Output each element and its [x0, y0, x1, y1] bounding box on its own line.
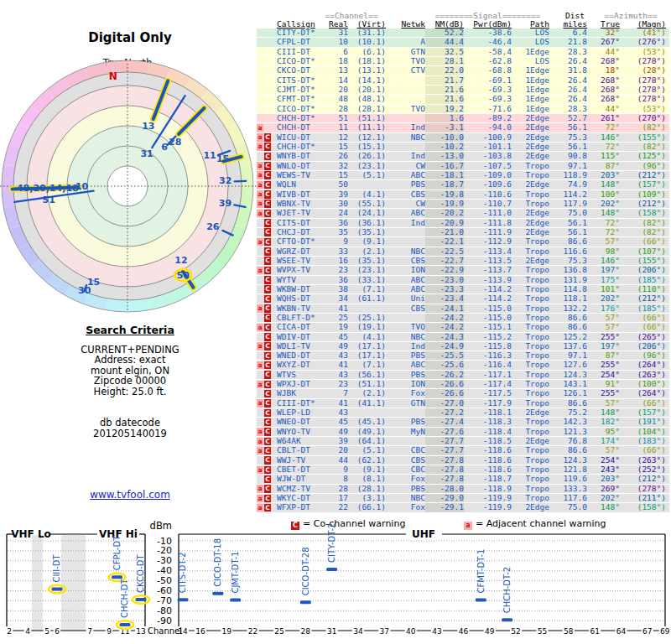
cell-cs: CBLT-DT — [277, 446, 329, 454]
cell-cs: WNLO-DT — [277, 162, 329, 170]
cell-nm: -23.0 — [425, 276, 464, 284]
station-marker — [502, 618, 512, 621]
cell-cs: CFTO-DT* — [277, 237, 329, 246]
cell-cs: WIVB-DT — [277, 190, 329, 199]
adjacent-warning-icon: a — [257, 324, 263, 332]
cell-magn: (278°) — [620, 57, 666, 65]
cell-netwk: ION — [388, 380, 425, 388]
cell-dist: 75.0 — [549, 209, 587, 217]
tvfool-link[interactable]: www.tvfool.com — [90, 489, 170, 501]
cell-dist: 124.3 — [549, 371, 587, 379]
cell-pwr: -117.5 — [465, 389, 512, 397]
co-channel-warning-icon: C — [264, 162, 271, 170]
cell-path: Tropo — [512, 446, 549, 454]
co-channel-warning-icon: C — [264, 495, 271, 503]
cell-dist: 86.6 — [549, 399, 587, 408]
co-channel-warning-icon: C — [264, 133, 271, 142]
co-channel-warning-icon: C — [264, 324, 271, 332]
co-channel-warning-icon: C — [264, 466, 271, 475]
co-channel-warning-icon: C — [264, 267, 271, 275]
adjacent-warning-icon: a — [257, 381, 263, 389]
cell-magn: (263°) — [620, 371, 666, 379]
cell-virt: (66.1) — [347, 503, 386, 512]
cell-cs: WNEO-DT — [277, 418, 329, 426]
cell-true: 243° — [587, 465, 620, 474]
co-channel-warning-icon: C — [264, 190, 271, 199]
cell-cs: CIII-DT* — [277, 399, 329, 408]
cell-magn: (155°) — [620, 133, 666, 142]
cell-path: Tropo — [512, 389, 549, 397]
cell-pwr: -118.9 — [465, 485, 512, 493]
cell-pwr: -107.5 — [465, 162, 512, 170]
cell-pwr: -69.3 — [465, 95, 512, 103]
adjacent-warning-icon: a — [257, 200, 263, 208]
station-label: CIII-DT — [53, 553, 62, 582]
cell-magn: (82°) — [620, 219, 666, 227]
cell-dist: 86.6 — [549, 314, 587, 322]
cell-magn: (252°) — [620, 465, 666, 474]
radar-channel-label: 26 — [206, 221, 220, 232]
compass-hue-sector — [240, 164, 253, 186]
cell-cs: WEWS-TV — [277, 171, 329, 179]
channel-tick-label: 34 — [353, 627, 363, 636]
cell-real: 45 — [326, 418, 348, 426]
cell-pwr: -113.4 — [465, 247, 512, 256]
station-label: CICO-DT-18 — [213, 538, 222, 587]
cell-dist: 26.4 — [549, 95, 587, 103]
table-row: aCCICA-DT19(19.1)TVO-24.2-115.1Tropo86.6… — [257, 323, 669, 332]
cell-netwk: CBC — [388, 446, 425, 454]
cell-virt: (6.1) — [347, 48, 386, 56]
cell-true: 44° — [587, 105, 620, 113]
band-title: VHF Lo — [11, 528, 51, 540]
cell-dist: 137.6 — [549, 342, 587, 351]
cell-pwr: -71.6 — [465, 105, 512, 113]
cell-true: 202° — [587, 200, 620, 208]
cell-magn: (28°) — [620, 66, 666, 75]
cell-path: 2Edge — [512, 408, 549, 417]
cell-netwk: PBS — [388, 351, 425, 360]
cell-nm: -22.1 — [425, 237, 464, 246]
cell-virt: (10.1) — [347, 38, 386, 46]
cell-path: Tropo — [512, 171, 549, 179]
cell-cs: WVPX-TV — [277, 266, 329, 274]
co-channel-warning-icon: C — [264, 257, 271, 265]
cell-dist: 143.1 — [549, 380, 587, 388]
cell-true: 148° — [587, 180, 620, 189]
station-marker — [120, 623, 131, 626]
cell-virt: (17.1) — [347, 342, 386, 351]
cell-netwk: CBC — [388, 465, 425, 474]
station-marker — [178, 598, 189, 601]
cell-virt: (3.1) — [347, 494, 386, 502]
table-row: CWNYB-DT26(26.1)Ind-13.0-103.82Edge90.81… — [257, 152, 669, 161]
cell-path: Tropo — [512, 266, 549, 274]
cell-real: 33 — [326, 247, 348, 256]
channel-tick-label: 31 — [327, 627, 336, 636]
cell-magn: (212°) — [620, 294, 666, 303]
cell-path: Tropo — [512, 380, 549, 388]
cell-path: 2Edge — [512, 437, 549, 445]
cell-magn: (212°) — [620, 171, 666, 179]
cell-netwk: NBC — [388, 494, 425, 502]
cell-netwk: CBS — [388, 304, 425, 313]
cell-nm: -27.8 — [425, 475, 464, 483]
cell-dist: 6.4 — [549, 29, 587, 37]
cell-magn: (157°) — [620, 180, 666, 189]
cell-path: 1Edge — [512, 95, 549, 103]
cell-pwr: -111.9 — [465, 228, 512, 236]
co-channel-warning-icon: C — [264, 285, 271, 293]
chart-box-border — [179, 534, 665, 631]
adjacent-warning-icon: a — [257, 342, 263, 351]
cell-nm: -18.1 — [425, 171, 464, 179]
cell-pwr: -118.3 — [465, 418, 512, 426]
cell-netwk: TVO — [388, 323, 425, 331]
cell-netwk — [388, 143, 425, 151]
cell-true: 57° — [587, 314, 620, 322]
cell-pwr: -118.7 — [465, 475, 512, 483]
channel-tick-label: 40 — [406, 627, 416, 636]
cell-cs: CITS-DT — [277, 219, 329, 227]
cell-netwk: NBC — [388, 133, 425, 142]
cell-true: 254° — [587, 456, 620, 465]
cell-dist: 26.4 — [549, 57, 587, 65]
cell-real: 51 — [326, 114, 348, 122]
cell-dist: 117.9 — [549, 200, 587, 208]
